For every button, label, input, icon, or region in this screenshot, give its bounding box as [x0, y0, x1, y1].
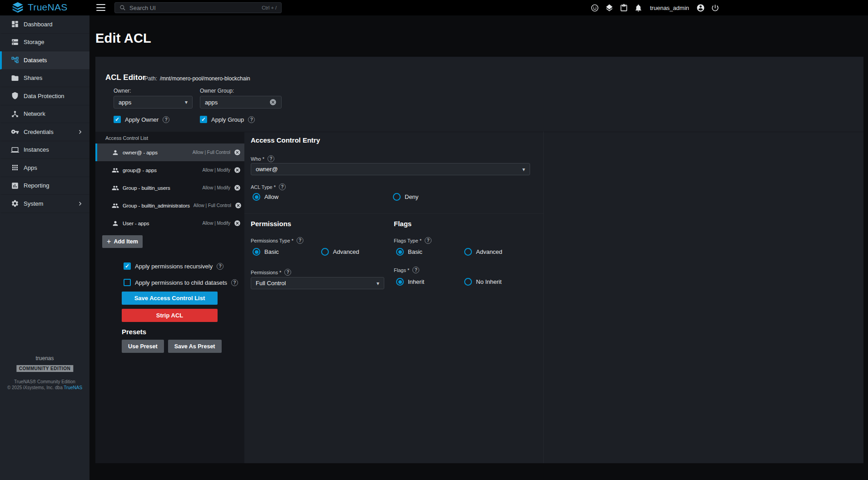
radio-allow[interactable]: Allow	[253, 193, 278, 201]
truenas-logo[interactable]: TrueNAS	[12, 1, 68, 13]
sidebar: Dashboard Storage Datasets Shares Data P…	[0, 15, 89, 480]
radio-permissions-advanced-control[interactable]	[321, 248, 329, 256]
search-input[interactable]	[129, 5, 258, 11]
recursive-checkbox[interactable]: ✓	[124, 262, 131, 270]
owner-group-input[interactable]: apps	[200, 96, 282, 109]
radio-flags-advanced-control[interactable]	[464, 248, 472, 256]
tasks-clipboard-icon[interactable]	[620, 4, 628, 12]
help-icon[interactable]: ?	[248, 116, 255, 123]
owner-group-value: apps	[205, 99, 218, 106]
radio-inherit[interactable]: Inherit	[396, 278, 424, 286]
help-icon[interactable]: ?	[284, 269, 291, 276]
path-value: /mnt/monero-pool/monero-blockchain	[160, 75, 250, 82]
sidebar-item-dashboard[interactable]: Dashboard	[0, 15, 89, 34]
dropdown-caret-icon: ▾	[377, 281, 379, 286]
add-item-button[interactable]: + Add Item	[102, 235, 143, 248]
who-field-label: Who *	[251, 156, 264, 162]
sidebar-item-credentials[interactable]: Credentials	[0, 123, 89, 141]
power-icon[interactable]	[711, 4, 719, 12]
radio-inherit-label: Inherit	[408, 278, 424, 285]
remove-icon[interactable]	[234, 184, 241, 191]
help-icon[interactable]: ?	[217, 263, 223, 270]
apply-owner-checkbox[interactable]: ✓	[114, 116, 121, 123]
sidebar-item-datasets[interactable]: Datasets	[0, 51, 89, 69]
child-datasets-checkbox[interactable]	[124, 279, 131, 286]
remove-icon[interactable]	[234, 167, 241, 173]
acl-entry-row[interactable]: owner@ - apps Allow | Full Control	[95, 144, 244, 161]
help-icon[interactable]: ?	[425, 237, 432, 244]
acl-entry-permission: Allow | Full Control	[193, 203, 231, 208]
remove-icon[interactable]	[234, 149, 241, 156]
acl-entry-row[interactable]: Group - builtin_users Allow | Modify	[95, 179, 244, 197]
path-label: Path:	[144, 75, 157, 82]
child-datasets-checkbox-row[interactable]: Apply permissions to child datasets ?	[124, 279, 238, 286]
sidebar-item-label: Apps	[24, 164, 37, 171]
clear-icon[interactable]	[269, 99, 277, 106]
help-icon[interactable]: ?	[297, 237, 303, 244]
acl-entry-row[interactable]: Group - builtin_administrators Allow | F…	[95, 197, 244, 214]
remove-icon[interactable]	[235, 202, 242, 209]
reporting-icon	[11, 182, 19, 190]
logo-text: TrueNAS	[28, 2, 68, 13]
radio-deny[interactable]: Deny	[393, 193, 418, 201]
use-preset-button[interactable]: Use Preset	[122, 340, 164, 353]
search-box[interactable]: Ctrl + /	[114, 2, 282, 13]
radio-flags-basic[interactable]: Basic	[396, 248, 422, 256]
radio-flags-advanced[interactable]: Advanced	[464, 248, 502, 256]
acl-entry-row[interactable]: User - apps Allow | Modify	[95, 214, 244, 232]
save-acl-button[interactable]: Save Access Control List	[122, 292, 218, 305]
jobs-layers-icon[interactable]	[605, 4, 614, 12]
presets-title: Presets	[122, 328, 146, 336]
flags-type-label: Flags Type *	[394, 238, 422, 243]
apply-group-checkbox-row[interactable]: ✓ Apply Group ?	[200, 116, 255, 123]
radio-permissions-basic-control[interactable]	[253, 248, 260, 256]
help-icon[interactable]: ?	[279, 183, 286, 190]
sidebar-item-shares[interactable]: Shares	[0, 69, 89, 88]
radio-allow-control[interactable]	[253, 193, 260, 201]
sidebar-item-instances[interactable]: Instances	[0, 141, 89, 159]
strip-acl-button[interactable]: Strip ACL	[122, 309, 218, 322]
radio-no-inherit[interactable]: No Inherit	[464, 278, 501, 286]
sidebar-item-apps[interactable]: Apps	[0, 159, 89, 177]
notifications-bell-icon[interactable]	[634, 4, 643, 12]
permissions-select[interactable]: Full Control ▾	[251, 277, 384, 289]
help-icon[interactable]: ?	[412, 267, 419, 273]
flags-field-label: Flags *	[394, 267, 409, 273]
menu-icon[interactable]	[96, 4, 105, 11]
recursive-checkbox-row[interactable]: ✓ Apply permissions recursively ?	[124, 262, 223, 270]
radio-flags-basic-control[interactable]	[396, 248, 404, 256]
help-icon[interactable]: ?	[163, 116, 169, 123]
radio-permissions-advanced[interactable]: Advanced	[321, 248, 359, 256]
radio-deny-control[interactable]	[393, 193, 401, 201]
owner-select[interactable]: apps ▾	[114, 96, 193, 109]
save-as-preset-button[interactable]: Save As Preset	[168, 340, 222, 353]
section-divider	[244, 213, 543, 214]
checkmark-icon: ✓	[125, 263, 129, 269]
shares-icon	[11, 74, 19, 82]
group-icon	[112, 167, 119, 174]
group-icon	[112, 202, 119, 209]
sidebar-item-label: Network	[24, 110, 45, 117]
sidebar-item-storage[interactable]: Storage	[0, 34, 89, 52]
user-avatar-icon[interactable]	[696, 4, 705, 12]
radio-permissions-basic[interactable]: Basic	[253, 248, 279, 256]
help-icon[interactable]: ?	[231, 279, 238, 286]
username-label[interactable]: truenas_admin	[650, 5, 689, 11]
help-icon[interactable]: ?	[268, 155, 274, 162]
apply-owner-checkbox-row[interactable]: ✓ Apply Owner ?	[114, 116, 169, 123]
sidebar-item-data-protection[interactable]: Data Protection	[0, 87, 89, 105]
feedback-smiley-icon[interactable]	[590, 4, 599, 12]
acl-entry-who: owner@ - apps	[123, 150, 158, 155]
sidebar-item-system[interactable]: System	[0, 195, 89, 213]
instances-icon	[11, 146, 19, 154]
remove-icon[interactable]	[234, 220, 241, 227]
user-icon	[112, 220, 119, 227]
acl-entry-row[interactable]: group@ - apps Allow | Modify	[95, 161, 244, 179]
who-select[interactable]: owner@ ▾	[251, 163, 530, 175]
apply-group-checkbox[interactable]: ✓	[200, 116, 207, 123]
radio-inherit-control[interactable]	[396, 278, 404, 286]
radio-no-inherit-control[interactable]	[464, 278, 472, 286]
sidebar-item-reporting[interactable]: Reporting	[0, 177, 89, 195]
copyright-brand-link[interactable]: TrueNAS	[64, 385, 82, 390]
sidebar-item-network[interactable]: Network	[0, 105, 89, 124]
